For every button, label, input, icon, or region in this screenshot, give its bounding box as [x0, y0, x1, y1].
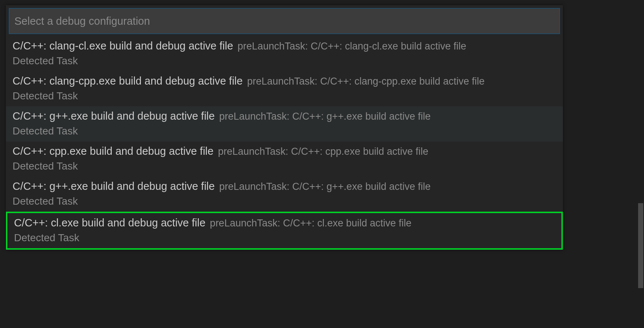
- config-search-input[interactable]: [9, 8, 560, 34]
- option-description: preLaunchTask: C/C++: cl.exe build activ…: [210, 218, 411, 229]
- config-option[interactable]: C/C++: g++.exe build and debug active fi…: [6, 106, 563, 141]
- debug-config-picker: C/C++: clang-cl.exe build and debug acti…: [6, 5, 563, 250]
- option-label: C/C++: g++.exe build and debug active fi…: [13, 180, 215, 192]
- options-list: C/C++: clang-cl.exe build and debug acti…: [6, 36, 563, 250]
- option-label: C/C++: clang-cpp.exe build and debug act…: [13, 75, 243, 87]
- option-row: C/C++: clang-cl.exe build and debug acti…: [13, 40, 556, 52]
- option-row: C/C++: cl.exe build and debug active fil…: [14, 217, 555, 229]
- option-label: C/C++: cl.exe build and debug active fil…: [14, 217, 205, 229]
- option-description: preLaunchTask: C/C++: cpp.exe build acti…: [218, 146, 428, 157]
- option-row: C/C++: g++.exe build and debug active fi…: [13, 180, 556, 192]
- config-option[interactable]: C/C++: clang-cl.exe build and debug acti…: [6, 36, 563, 71]
- config-option[interactable]: C/C++: cl.exe build and debug active fil…: [6, 212, 563, 250]
- option-detail: Detected Task: [13, 55, 556, 67]
- option-detail: Detected Task: [13, 160, 556, 172]
- scrollbar-thumb[interactable]: [638, 203, 643, 288]
- option-description: preLaunchTask: C/C++: g++.exe build acti…: [219, 111, 430, 122]
- option-detail: Detected Task: [13, 125, 556, 137]
- config-option[interactable]: C/C++: cpp.exe build and debug active fi…: [6, 141, 563, 177]
- option-description: preLaunchTask: C/C++: g++.exe build acti…: [219, 181, 430, 192]
- option-row: C/C++: cpp.exe build and debug active fi…: [13, 145, 556, 157]
- option-detail: Detected Task: [13, 90, 556, 102]
- option-label: C/C++: g++.exe build and debug active fi…: [13, 110, 215, 122]
- option-detail: Detected Task: [14, 232, 555, 244]
- option-detail: Detected Task: [13, 195, 556, 207]
- config-option[interactable]: C/C++: g++.exe build and debug active fi…: [6, 177, 563, 212]
- option-row: C/C++: g++.exe build and debug active fi…: [13, 110, 556, 122]
- option-description: preLaunchTask: C/C++: clang-cpp.exe buil…: [247, 76, 485, 87]
- option-label: C/C++: cpp.exe build and debug active fi…: [13, 145, 214, 157]
- option-description: preLaunchTask: C/C++: clang-cl.exe build…: [238, 41, 466, 52]
- config-option[interactable]: C/C++: clang-cpp.exe build and debug act…: [6, 71, 563, 106]
- input-container: [6, 5, 563, 36]
- option-label: C/C++: clang-cl.exe build and debug acti…: [13, 40, 233, 52]
- option-row: C/C++: clang-cpp.exe build and debug act…: [13, 75, 556, 87]
